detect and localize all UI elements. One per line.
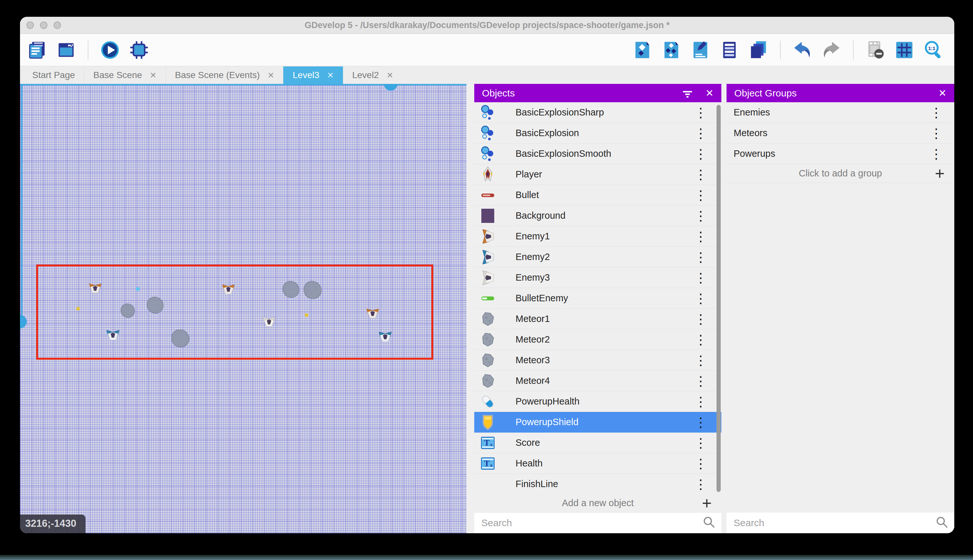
kebab-menu-icon[interactable]: ⋮	[694, 190, 707, 200]
kebab-menu-icon[interactable]: ⋮	[694, 293, 707, 303]
scene-editor-icon[interactable]	[56, 40, 76, 60]
kebab-menu-icon[interactable]: ⋮	[694, 335, 707, 345]
tab-close-icon[interactable]: ✕	[150, 71, 157, 80]
add-group-row[interactable]: Click to add a group +	[726, 164, 954, 183]
sprite-enemy3[interactable]	[262, 315, 276, 329]
undo-icon[interactable]	[792, 40, 812, 60]
toolbar-divider	[853, 41, 854, 59]
object-row-poweruphealth[interactable]: PowerupHealth⋮	[474, 391, 721, 412]
tab-close-icon[interactable]: ✕	[267, 71, 274, 80]
sprite-enemy1[interactable]	[365, 306, 380, 320]
tab-close-icon[interactable]: ✕	[327, 71, 334, 80]
pill-thumbnail-icon	[481, 393, 495, 410]
toggle-mask-icon[interactable]	[865, 40, 885, 60]
object-row-bulletenemy[interactable]: BulletEnemy⋮	[474, 288, 721, 309]
objects-list-scrollbar[interactable]	[716, 105, 721, 492]
tab-start-page[interactable]: Start Page	[23, 67, 84, 84]
object-row-enemy1[interactable]: Enemy1⋮	[474, 226, 721, 247]
add-object-label: Add a new object	[562, 498, 634, 508]
sprite-meteor[interactable]	[303, 281, 322, 299]
vertical-scroll-handle[interactable]	[20, 315, 27, 328]
object-row-score[interactable]: TxScore⋮	[474, 433, 721, 453]
objects-editor-icon[interactable]	[632, 40, 652, 60]
groups-search-input[interactable]	[726, 513, 954, 533]
object-row-finishline[interactable]: FinishLine⋮	[474, 474, 721, 494]
object-row-bullet[interactable]: Bullet⋮	[474, 185, 721, 205]
tab-level3[interactable]: Level3✕	[283, 67, 343, 84]
sprite-enemy1[interactable]	[221, 282, 235, 296]
zoom-window-button[interactable]	[53, 22, 61, 29]
group-row-powerups[interactable]: Powerups⋮	[726, 143, 954, 164]
kebab-menu-icon[interactable]: ⋮	[694, 314, 707, 324]
object-row-enemy3[interactable]: Enemy3⋮	[474, 267, 721, 288]
add-object-row[interactable]: Add a new object +	[474, 494, 721, 513]
sprite-meteor[interactable]	[121, 303, 135, 318]
redo-icon[interactable]	[821, 40, 841, 60]
object-row-powerupshield[interactable]: PowerupShield⋮	[474, 412, 721, 433]
tab-base-scene[interactable]: Base Scene✕	[84, 67, 165, 84]
object-groups-icon[interactable]	[661, 40, 681, 60]
scene-canvas[interactable]: 3216;-1430	[20, 84, 467, 533]
kebab-menu-icon[interactable]: ⋮	[930, 128, 943, 138]
kebab-menu-icon[interactable]: ⋮	[694, 417, 707, 427]
kebab-menu-icon[interactable]: ⋮	[694, 128, 707, 138]
group-row-enemies[interactable]: Enemies⋮	[726, 102, 954, 123]
sprite-enemy2[interactable]	[378, 329, 393, 344]
close-window-button[interactable]	[27, 22, 34, 29]
kebab-menu-icon[interactable]: ⋮	[694, 211, 707, 221]
sprite-enemy2[interactable]	[105, 327, 120, 342]
kebab-menu-icon[interactable]: ⋮	[694, 355, 707, 365]
properties-icon[interactable]	[690, 40, 710, 60]
kebab-menu-icon[interactable]: ⋮	[694, 107, 707, 118]
object-row-basicexplosionsmooth[interactable]: BasicExplosionSmooth⋮	[474, 143, 721, 164]
kebab-menu-icon[interactable]: ⋮	[694, 149, 707, 159]
kebab-menu-icon[interactable]: ⋮	[694, 169, 707, 180]
tab-level2[interactable]: Level2✕	[343, 67, 402, 84]
sprite-dot-yellow[interactable]	[77, 307, 80, 310]
objects-search-input[interactable]	[474, 513, 721, 533]
sprite-enemy1[interactable]	[88, 281, 102, 295]
tab-close-icon[interactable]: ✕	[387, 71, 393, 80]
grid-icon[interactable]	[894, 40, 914, 60]
play-preview-icon[interactable]	[100, 40, 120, 60]
close-icon[interactable]: ✕	[706, 88, 714, 98]
filter-icon[interactable]	[682, 87, 693, 99]
object-row-meteor1[interactable]: Meteor1⋮	[474, 309, 721, 329]
object-row-background[interactable]: Background⋮	[474, 205, 721, 226]
sprite-dot-yellow[interactable]	[305, 313, 308, 317]
horizontal-scroll-handle[interactable]	[384, 84, 397, 91]
kebab-menu-icon[interactable]: ⋮	[694, 376, 707, 386]
close-icon[interactable]: ✕	[938, 88, 946, 98]
kebab-menu-icon[interactable]: ⋮	[694, 458, 707, 469]
plus-icon[interactable]: +	[935, 165, 945, 182]
object-row-meteor2[interactable]: Meteor2⋮	[474, 329, 721, 350]
kebab-menu-icon[interactable]: ⋮	[930, 107, 943, 118]
kebab-menu-icon[interactable]: ⋮	[694, 252, 707, 262]
minimize-window-button[interactable]	[40, 22, 47, 29]
instances-list-icon[interactable]	[720, 40, 740, 60]
kebab-menu-icon[interactable]: ⋮	[694, 397, 707, 407]
object-row-basicexplosion[interactable]: BasicExplosion⋮	[474, 123, 721, 143]
kebab-menu-icon[interactable]: ⋮	[694, 231, 707, 242]
object-row-player[interactable]: Player⋮	[474, 164, 721, 185]
sprite-meteor[interactable]	[283, 281, 299, 298]
zoom-1-1-icon[interactable]: 1:1	[923, 40, 943, 60]
object-row-health[interactable]: TxHealth⋮	[474, 453, 721, 474]
sprite-dot-cyan[interactable]	[136, 287, 139, 291]
object-row-meteor3[interactable]: Meteor3⋮	[474, 350, 721, 371]
debug-icon[interactable]	[129, 40, 149, 60]
plus-icon[interactable]: +	[702, 495, 712, 512]
kebab-menu-icon[interactable]: ⋮	[930, 149, 943, 159]
layers-icon[interactable]	[748, 40, 768, 60]
object-row-basicexplosionsharp[interactable]: BasicExplosionSharp⋮	[474, 102, 721, 123]
project-manager-icon[interactable]	[27, 40, 47, 60]
group-row-meteors[interactable]: Meteors⋮	[726, 123, 954, 143]
object-row-enemy2[interactable]: Enemy2⋮	[474, 247, 721, 267]
kebab-menu-icon[interactable]: ⋮	[694, 438, 707, 448]
kebab-menu-icon[interactable]: ⋮	[694, 479, 707, 489]
sprite-meteor[interactable]	[171, 329, 189, 347]
object-row-meteor4[interactable]: Meteor4⋮	[474, 371, 721, 391]
sprite-meteor[interactable]	[147, 297, 163, 313]
kebab-menu-icon[interactable]: ⋮	[694, 273, 707, 283]
tab-base-scene-events[interactable]: Base Scene (Events)✕	[165, 67, 283, 84]
